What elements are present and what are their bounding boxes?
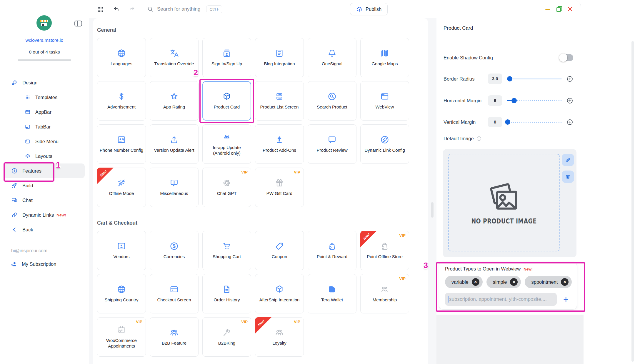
sidebar-item-chat[interactable]: Chat (4, 193, 85, 208)
sidebar-item-dynamic-links[interactable]: Dynamic Links New! (4, 208, 85, 222)
sidebar-item-my-subscription[interactable]: My Subscription (0, 257, 89, 271)
canvas-scrollbar[interactable] (431, 202, 434, 218)
product-type-chip-simple[interactable]: simple ✕ (486, 276, 521, 288)
feature-card-b2b-feature[interactable]: B2B Feature (150, 317, 199, 357)
feature-card-loyalty[interactable]: Loyalty VIPNew! (255, 317, 304, 357)
slider-track[interactable] (507, 98, 562, 103)
vip-badge: VIP (399, 276, 406, 281)
publish-button[interactable]: Publish (350, 3, 388, 15)
feature-card-point-offline-store[interactable]: Point Offline Store VIPNew! (360, 231, 409, 270)
chip-remove-button[interactable]: ✕ (472, 278, 479, 286)
chip-remove-button[interactable]: ✕ (561, 278, 569, 286)
outer-scrollbar[interactable] (631, 41, 634, 362)
undo-button[interactable] (112, 5, 121, 14)
sidebar-item-layouts[interactable]: Layouts (4, 149, 85, 163)
close-icon (567, 6, 573, 12)
slider-thumb[interactable] (511, 98, 517, 103)
menu-item-label: Templates (35, 95, 57, 100)
feature-card-blog-integration[interactable]: Blog Integration (255, 38, 304, 77)
feature-card-miscellaneous[interactable]: Miscellaneous (150, 168, 199, 207)
collapse-sidebar-icon[interactable] (74, 20, 82, 27)
feature-card-tera-wallet[interactable]: Tera Wallet (308, 274, 356, 313)
image-dropzone[interactable]: NO PRODUCT IMAGE (448, 154, 560, 251)
section-title-general: General (97, 27, 428, 33)
feature-card-google-maps[interactable]: Google Maps (360, 38, 409, 77)
feature-card-currencies[interactable]: Currencies (150, 231, 199, 270)
feature-card-coupon[interactable]: Coupon (255, 231, 304, 270)
sidebar-item-appbar[interactable]: AppBar (4, 105, 85, 119)
feature-card-app-rating[interactable]: App Rating (150, 81, 199, 121)
product-type-chip-variable[interactable]: variable ✕ (445, 276, 483, 288)
sidebar-item-back[interactable]: Back (4, 222, 85, 237)
feature-card-search-product[interactable]: Search Product (308, 81, 356, 121)
image-delete-button[interactable] (562, 171, 574, 183)
image-actions (562, 154, 574, 183)
sidebar-item-templates[interactable]: Templates (4, 90, 85, 105)
new-ribbon: New! (255, 317, 271, 334)
feature-label: Shipping Country (104, 297, 138, 303)
feature-card-shopping-cart[interactable]: Shopping Cart (202, 231, 251, 270)
product-type-chip-sppointment[interactable]: sppointment ✕ (525, 276, 572, 288)
sidebar-divider (0, 242, 89, 242)
feature-card-woocommerce-appointments[interactable]: WooCommerce Appointments VIP (97, 317, 146, 357)
feature-card-sign-in-sign-up[interactable]: Sign In/Sign Up (202, 38, 251, 77)
enable-shadow-config-toggle[interactable] (560, 54, 573, 61)
apps-grid-button[interactable] (96, 5, 105, 14)
feature-card-pw-gift-card[interactable]: PW Gift Card VIP (255, 168, 304, 207)
feature-card-onesignal[interactable]: OneSignal (308, 38, 356, 77)
feature-card-order-history[interactable]: Order History (202, 274, 251, 313)
feature-card-aftership-integration[interactable]: AfterShip Integration (255, 274, 304, 313)
content-area: General Languages Translation Override S… (89, 18, 527, 364)
feature-card-translation-override[interactable]: Translation Override (150, 38, 199, 77)
global-search[interactable]: Search for anything Ctrl F (147, 4, 222, 15)
slider-thumb[interactable] (507, 76, 512, 81)
feature-card-offline-mode[interactable]: Offline Mode New! (97, 168, 146, 207)
chip-label: variable (451, 279, 469, 285)
sidebar-item-tabbar[interactable]: TabBar (4, 119, 85, 134)
store-logo (36, 15, 52, 31)
feature-card-advertisement[interactable]: Advertisement (97, 81, 146, 121)
feature-card-checkout-screen[interactable]: Checkout Screen (150, 274, 199, 313)
feature-card-in-app-update-android-only[interactable]: In-app Update (Android only) (202, 124, 251, 164)
feature-icon (222, 285, 231, 294)
feature-card-phone-number-config[interactable]: Phone Number Config (97, 124, 146, 164)
feature-card-product-list-screen[interactable]: Product List Screen (255, 81, 304, 121)
increment-icon[interactable] (566, 76, 573, 82)
increment-icon[interactable] (566, 97, 573, 104)
slider-thumb[interactable] (505, 119, 510, 125)
redo-button[interactable] (128, 5, 136, 14)
feature-icon (117, 92, 126, 101)
panel-divider (436, 39, 581, 39)
sidebar-item-build[interactable]: Build (4, 178, 85, 193)
sidebar-item-features[interactable]: Features 1 (4, 163, 85, 178)
feature-card-point-reward[interactable]: Point & Reward (308, 231, 356, 270)
add-product-type-button[interactable]: + (561, 295, 571, 304)
feature-card-shipping-country[interactable]: Shipping Country (97, 274, 146, 313)
feature-card-vendors[interactable]: Vendors (97, 231, 146, 270)
product-type-input[interactable] (445, 293, 557, 306)
feature-icon (327, 49, 337, 58)
slider-track[interactable] (507, 119, 562, 125)
sidebar-item-design[interactable]: Design (4, 75, 85, 90)
chip-remove-button[interactable]: ✕ (510, 278, 518, 286)
info-icon[interactable] (476, 136, 482, 141)
feature-card-webview[interactable]: WebView (360, 81, 409, 121)
feature-card-product-review[interactable]: Product Review (308, 124, 356, 164)
increment-icon[interactable] (566, 119, 573, 126)
slider-track[interactable] (507, 76, 562, 81)
minimize-button[interactable] (544, 6, 551, 13)
feature-icon (169, 49, 179, 58)
feature-card-b2bking[interactable]: B2BKing VIP (202, 317, 251, 357)
restore-button[interactable] (555, 6, 562, 13)
site-link[interactable]: wclovers.mstore.io (0, 38, 89, 43)
feature-card-membership[interactable]: Membership VIP (360, 274, 409, 313)
feature-card-product-card[interactable]: Product Card 2 (202, 81, 251, 121)
feature-card-version-update-alert[interactable]: Version Update Alert (150, 124, 199, 164)
sidebar-item-side-menu[interactable]: Side Menu (4, 134, 85, 149)
image-link-button[interactable] (562, 154, 574, 166)
feature-card-product-add-ons[interactable]: Product Add-Ons (255, 124, 304, 164)
close-button[interactable] (566, 6, 574, 13)
feature-card-dynamic-link-config[interactable]: Dynamic Link Config (360, 124, 409, 164)
feature-card-chat-gpt[interactable]: Chat GPT VIP (202, 168, 251, 207)
feature-card-languages[interactable]: Languages (97, 38, 146, 77)
